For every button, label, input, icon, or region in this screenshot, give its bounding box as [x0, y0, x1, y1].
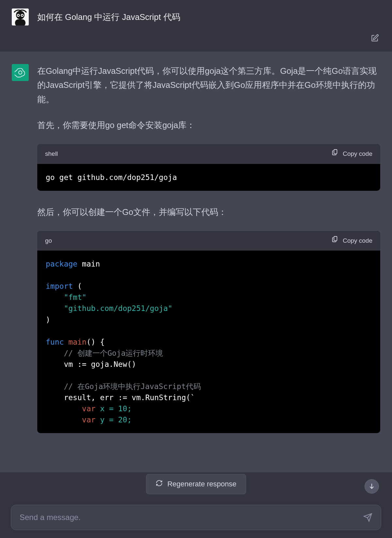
assistant-message-row: 在Golang中运行JavaScript代码，你可以使用goja这个第三方库。G… — [0, 52, 392, 472]
clipboard-icon — [332, 149, 339, 159]
scroll-to-bottom-button[interactable] — [365, 479, 379, 494]
svg-point-6 — [22, 15, 23, 16]
svg-point-5 — [18, 15, 19, 16]
refresh-icon — [155, 480, 163, 489]
copy-code-button[interactable]: Copy code — [332, 149, 372, 159]
regenerate-response-button[interactable]: Regenerate response — [146, 474, 246, 494]
svg-rect-8 — [334, 150, 337, 154]
code-content[interactable]: package main import ( "fmt" "github.com/… — [37, 251, 380, 433]
clipboard-icon — [332, 236, 339, 246]
copy-code-label: Copy code — [343, 149, 372, 159]
assistant-body: 在Golang中运行JavaScript代码，你可以使用goja这个第三方库。G… — [37, 64, 380, 433]
arrow-down-icon — [368, 482, 375, 491]
svg-rect-9 — [334, 236, 337, 241]
user-message-row: 如何在 Golang 中运行 JavaScript 代码 — [0, 0, 392, 31]
svg-rect-2 — [15, 19, 25, 25]
assistant-paragraph: 在Golang中运行JavaScript代码，你可以使用goja这个第三方库。G… — [37, 64, 380, 106]
assistant-paragraph: 首先，你需要使用go get命令安装goja库： — [37, 118, 380, 132]
code-language-label: go — [45, 236, 52, 246]
message-input[interactable] — [20, 513, 363, 522]
regenerate-response-label: Regenerate response — [167, 480, 237, 488]
code-content[interactable]: go get github.com/dop251/goja — [37, 164, 380, 191]
user-question-text: 如何在 Golang 中运行 JavaScript 代码 — [37, 8, 180, 23]
assistant-avatar — [12, 64, 29, 81]
code-block: shell Copy code go get github.com/dop251… — [37, 144, 380, 190]
send-icon[interactable] — [363, 513, 372, 522]
assistant-paragraph: 然后，你可以创建一个Go文件，并编写以下代码： — [37, 205, 380, 219]
user-avatar — [12, 8, 29, 25]
code-language-label: shell — [45, 149, 58, 159]
copy-code-label: Copy code — [343, 236, 372, 246]
message-composer[interactable] — [11, 505, 381, 530]
edit-icon[interactable] — [370, 34, 379, 42]
copy-code-button[interactable]: Copy code — [332, 236, 372, 246]
svg-point-7 — [19, 71, 22, 74]
code-block: go Copy code package main import ( "fmt"… — [37, 231, 380, 433]
